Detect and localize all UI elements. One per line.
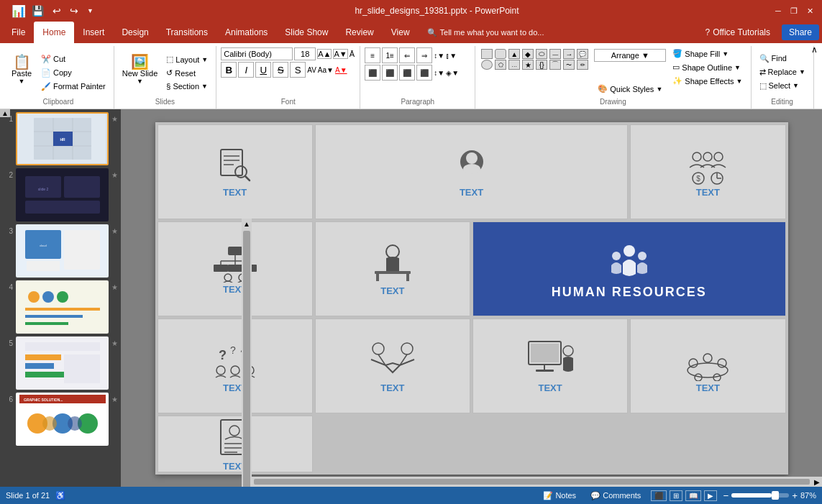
puzzle-piece-center[interactable]: HUMAN RESOURCES: [472, 221, 786, 316]
slide-thumb-5[interactable]: 5 ★: [3, 336, 118, 390]
menu-review[interactable]: Review: [337, 22, 382, 43]
shape-arc[interactable]: ⌒: [549, 60, 561, 70]
menu-transitions[interactable]: Transitions: [157, 22, 216, 43]
close-button[interactable]: ✕: [805, 6, 815, 16]
change-case-button[interactable]: Aa▼: [318, 66, 334, 74]
zoom-thumb[interactable]: [772, 491, 779, 500]
slide-preview-1[interactable]: HR: [16, 112, 109, 165]
shape-star[interactable]: ★: [522, 60, 534, 70]
new-slide-button[interactable]: 🖼️ New Slide ▼: [119, 47, 162, 92]
slide-sorter-button[interactable]: ⊞: [670, 490, 682, 501]
menu-view[interactable]: View: [383, 22, 419, 43]
scroll-thumb-vertical[interactable]: [243, 231, 250, 487]
slide-preview-4[interactable]: [16, 280, 109, 334]
undo-button[interactable]: ↩: [50, 4, 64, 18]
section-button[interactable]: § Section ▼: [163, 81, 211, 92]
puzzle-piece-9[interactable]: TEXT: [472, 319, 628, 413]
shape-triangle[interactable]: ▲: [508, 49, 520, 59]
menu-animations[interactable]: Animations: [216, 22, 276, 43]
comments-button[interactable]: 💬 Comments: [586, 490, 645, 501]
more-quick-access-button[interactable]: ▼: [84, 6, 96, 16]
puzzle-piece-5[interactable]: TEXT: [315, 221, 470, 316]
shape-freeform[interactable]: ✏: [577, 60, 588, 70]
puzzle-piece-1[interactable]: TEXT: [157, 124, 313, 219]
puzzle-piece-11[interactable]: TEXT: [157, 416, 313, 472]
scroll-up-button[interactable]: ▲: [0, 109, 10, 117]
menu-insert[interactable]: Insert: [74, 22, 113, 43]
zoom-out-button[interactable]: −: [723, 490, 729, 501]
presentation-view-button[interactable]: ▶: [704, 490, 717, 501]
font-name-input[interactable]: [221, 47, 293, 60]
save-button[interactable]: 💾: [29, 4, 47, 18]
line-spacing-button[interactable]: ↕▼: [434, 52, 444, 60]
quick-styles-button[interactable]: 🎨 Quick Styles ▼: [594, 83, 666, 95]
shape-curve[interactable]: 〜: [563, 60, 575, 70]
shape-cylinder[interactable]: ⬭: [536, 49, 547, 59]
char-spacing-button[interactable]: AV: [307, 66, 316, 74]
share-button[interactable]: Share: [782, 24, 819, 40]
replace-button[interactable]: ⇄ Replace ▼: [756, 66, 809, 78]
paste-button[interactable]: 📋 Paste ▼: [7, 47, 36, 92]
shape-callout[interactable]: 💬: [577, 49, 588, 59]
puzzle-piece-10[interactable]: TEXT: [630, 319, 785, 413]
slide-preview-6[interactable]: GRAPHIC SOLUTION...: [16, 393, 109, 446]
menu-design[interactable]: Design: [113, 22, 157, 43]
find-button[interactable]: 🔍 Find: [756, 52, 809, 65]
underline-button[interactable]: U: [255, 62, 271, 78]
shape-fill-button[interactable]: 🪣 Shape Fill ▼: [669, 47, 746, 60]
increase-font-button[interactable]: A▲: [317, 49, 332, 59]
layout-button[interactable]: ⬚ Layout ▼: [163, 53, 211, 65]
shape-bracket[interactable]: {}: [536, 60, 547, 70]
align-right-button[interactable]: ⬛: [399, 65, 415, 81]
convert-smartart-button[interactable]: ◈▼: [446, 69, 459, 77]
clear-formatting-button[interactable]: Ā: [350, 50, 355, 58]
reading-view-button[interactable]: 📖: [685, 490, 701, 501]
bold-button[interactable]: B: [221, 62, 237, 78]
align-center-button[interactable]: ⬛: [382, 65, 398, 81]
menu-file[interactable]: File: [3, 22, 34, 43]
shadow-button[interactable]: S: [290, 62, 306, 78]
bottom-scrollbar[interactable]: ◀ ▶: [242, 477, 822, 487]
normal-view-button[interactable]: ⬛: [651, 490, 667, 501]
align-left-button[interactable]: ⬛: [365, 65, 380, 81]
office-tutorials-button[interactable]: ? Office Tutorials: [698, 24, 777, 40]
redo-button[interactable]: ↪: [67, 4, 81, 18]
bullet-list-button[interactable]: ≡: [365, 47, 380, 63]
puzzle-piece-8[interactable]: TEXT: [315, 319, 470, 413]
left-scrollbar[interactable]: ▲ ▼: [242, 219, 252, 487]
numbered-list-button[interactable]: 1≡: [382, 47, 398, 63]
zoom-in-button[interactable]: +: [792, 490, 798, 501]
reset-button[interactable]: ↺ Reset: [163, 67, 211, 79]
format-painter-button[interactable]: 🖌️ Format Painter: [37, 81, 109, 93]
puzzle-piece-4[interactable]: TEXT: [157, 221, 313, 316]
slide-thumb-4[interactable]: 4 ★: [3, 280, 118, 334]
slide-preview-3[interactable]: cloud: [16, 224, 109, 278]
columns-button[interactable]: ⫿▼: [446, 52, 457, 60]
restore-button[interactable]: ❐: [789, 6, 799, 16]
puzzle-piece-3[interactable]: $ TEXT: [630, 124, 785, 219]
menu-home[interactable]: Home: [34, 22, 74, 43]
puzzle-piece-7[interactable]: ? ? ? TEXT: [157, 319, 313, 413]
shape-effects-button[interactable]: ✨ Shape Effects ▼: [669, 75, 746, 87]
decrease-indent-button[interactable]: ⇐: [399, 47, 415, 63]
arrange-button[interactable]: Arrange ▼: [594, 49, 666, 62]
minimize-button[interactable]: ─: [773, 6, 783, 16]
strikethrough-button[interactable]: S: [273, 62, 288, 78]
scroll-left-top[interactable]: ▲: [242, 219, 252, 229]
text-direction-button[interactable]: ↕▼: [434, 69, 444, 77]
zoom-slider[interactable]: [731, 493, 789, 498]
shape-rect[interactable]: [481, 49, 493, 59]
copy-button[interactable]: 📄 Copy: [37, 67, 109, 79]
shape-line[interactable]: —: [549, 49, 561, 59]
slide-thumb-3[interactable]: 3 cloud ★: [3, 224, 118, 278]
collapse-ribbon-button[interactable]: ∧: [807, 43, 822, 56]
font-size-input[interactable]: [294, 47, 316, 60]
select-button[interactable]: ⬚ Select ▼: [756, 80, 809, 92]
increase-indent-button[interactable]: ⇒: [416, 47, 432, 63]
slide-preview-2[interactable]: slide 2: [16, 168, 109, 221]
cut-button[interactable]: ✂️ Cut: [37, 53, 109, 65]
font-color-button[interactable]: A▼: [335, 66, 347, 74]
slide-thumb-1[interactable]: 1 HR ★: [3, 112, 118, 165]
slide-thumb-6[interactable]: 6 GRAPHIC SOLUTION... ★: [3, 393, 118, 446]
shape-diamond[interactable]: ◆: [522, 49, 534, 59]
